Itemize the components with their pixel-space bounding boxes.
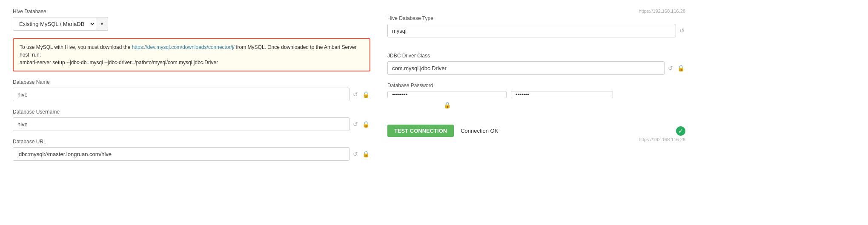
db-url-input-row: ↺ 🔒 [13,147,370,161]
db-password-label: Database Password [387,83,685,88]
dropdown-caret-button[interactable]: ▼ [96,17,108,31]
test-connection-button[interactable]: TEST CONNECTION [387,125,454,137]
caret-down-icon: ▼ [100,21,104,26]
hive-db-dropdown[interactable]: Existing MySQL / MariaDB New MySQL / Mar… [13,17,96,31]
lock-icon: 🔒 [362,91,370,98]
db-password-input[interactable] [387,91,507,98]
db-url-lock-button[interactable]: 🔒 [361,150,370,158]
hive-db-type-refresh-button[interactable]: ↺ [679,27,685,34]
db-username-input-row: ↺ 🔒 [13,117,370,131]
password-row: 🔒 [387,91,685,108]
mysql-alert-box: To use MySQL with Hive, you must downloa… [13,38,370,71]
db-username-lock-button[interactable]: 🔒 [361,120,370,128]
db-name-input[interactable] [13,88,349,101]
db-password-field-group: Database Password 🔒 [387,83,685,108]
db-url-refresh-button[interactable]: ↺ [352,150,359,158]
db-url-input[interactable] [13,147,349,161]
hive-db-label: Hive Database [13,9,370,14]
hive-db-dropdown-row: Existing MySQL / MariaDB New MySQL / Mar… [13,17,370,31]
db-name-lock-button[interactable]: 🔒 [361,91,370,98]
hive-db-type-label: Hive Database Type [387,15,685,21]
jdbc-driver-lock-button[interactable]: 🔒 [676,64,685,72]
jdbc-driver-label: JDBC Driver Class [387,53,685,59]
db-username-field-group: Database Username ↺ 🔒 [13,109,370,131]
hive-db-type-row: ↺ [387,24,685,37]
jdbc-driver-input[interactable] [387,61,665,75]
left-panel: Hive Database Existing MySQL / MariaDB N… [13,9,370,216]
jdbc-driver-field-group: JDBC Driver Class ↺ 🔒 [387,53,685,75]
db-name-field-group: Database Name ↺ 🔒 [13,79,370,101]
hive-database-field-group: Hive Database Existing MySQL / MariaDB N… [13,9,370,31]
db-url-label: Database URL [13,139,370,145]
db-url-field-group: Database URL ↺ 🔒 [13,139,370,161]
lock-icon-4: 🔒 [677,65,685,71]
db-username-input[interactable] [13,117,349,131]
db-name-label: Database Name [13,79,370,85]
db-password-confirm-input[interactable] [511,91,613,98]
refresh-icon-4: ↺ [679,27,685,34]
hive-db-type-input[interactable] [387,24,676,37]
bottom-corner-text: https://192.168.116.28 [387,137,685,142]
alert-command: ambari-server setup --jdbc-db=mysql --jd… [20,60,218,66]
mysql-download-link[interactable]: https://dev.mysql.com/downloads/connecto… [132,44,235,50]
db-name-input-row: ↺ 🔒 [13,88,370,101]
jdbc-driver-refresh-button[interactable]: ↺ [667,64,674,72]
connection-ok-checkmark: ✓ [676,126,685,136]
password-lock-row: 🔒 [387,102,507,108]
right-panel: https://192.168.116.28 Hive Database Typ… [387,9,685,142]
jdbc-driver-input-row: ↺ 🔒 [387,61,685,75]
test-connection-row: TEST CONNECTION Connection OK ✓ [387,125,685,137]
db-name-refresh-button[interactable]: ↺ [352,91,359,98]
refresh-icon-5: ↺ [668,65,673,71]
db-username-refresh-button[interactable]: ↺ [352,120,359,128]
refresh-icon: ↺ [353,91,358,98]
password-lock-icon: 🔒 [444,102,451,108]
refresh-icon-3: ↺ [353,151,358,157]
top-corner-text: https://192.168.116.28 [387,9,685,14]
lock-icon-3: 🔒 [362,151,370,157]
password-col-2 [511,91,613,98]
hive-db-type-field-group: Hive Database Type ↺ [387,15,685,45]
lock-icon-2: 🔒 [362,121,370,128]
alert-text-before-link: To use MySQL with Hive, you must downloa… [20,44,132,50]
connection-ok-label: Connection OK [461,128,498,134]
password-col-1: 🔒 [387,91,507,108]
db-username-label: Database Username [13,109,370,115]
refresh-icon-2: ↺ [353,121,358,128]
